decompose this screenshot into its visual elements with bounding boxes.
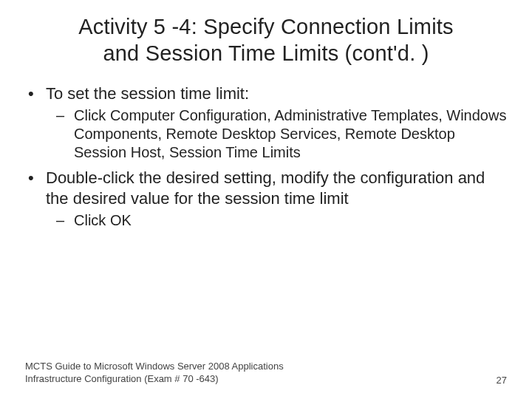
- list-item: Double-click the desired setting, modify…: [21, 168, 511, 230]
- list-item: Click OK: [52, 211, 511, 230]
- sub-bullet-text: Click Computer Configuration, Administra…: [74, 107, 506, 160]
- list-item: To set the session time limit: Click Com…: [21, 83, 511, 163]
- sub-list: Click OK: [46, 211, 511, 230]
- sub-list: Click Computer Configuration, Administra…: [46, 106, 511, 162]
- sub-bullet-text: Click OK: [74, 212, 132, 228]
- slide-body: To set the session time limit: Click Com…: [0, 67, 532, 231]
- footer-reference: MCTS Guide to Microsoft Windows Server 2…: [25, 361, 335, 386]
- page-number: 27: [497, 375, 507, 386]
- slide-footer: MCTS Guide to Microsoft Windows Server 2…: [25, 361, 507, 386]
- bullet-text: To set the session time limit:: [46, 84, 249, 103]
- bullet-list: To set the session time limit: Click Com…: [21, 83, 511, 231]
- title-line-2: and Session Time Limits (cont'd. ): [103, 41, 429, 65]
- bullet-text: Double-click the desired setting, modify…: [46, 168, 485, 208]
- slide: Activity 5 -4: Specify Connection Limits…: [0, 0, 532, 399]
- list-item: Click Computer Configuration, Administra…: [52, 106, 511, 162]
- slide-title: Activity 5 -4: Specify Connection Limits…: [0, 0, 532, 67]
- title-line-1: Activity 5 -4: Specify Connection Limits: [78, 15, 454, 38]
